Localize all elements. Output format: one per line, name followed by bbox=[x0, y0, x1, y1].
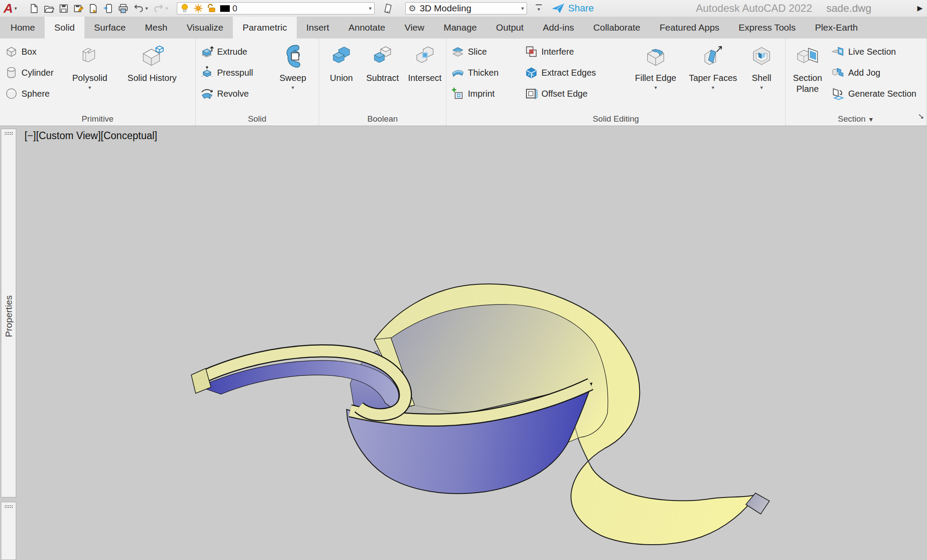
fillet-edge-button[interactable]: Fillet Edge ▾ bbox=[627, 41, 684, 91]
live-section-icon bbox=[831, 45, 845, 59]
imprint-icon bbox=[451, 87, 465, 101]
dropdown-arrow-icon: ▾ bbox=[88, 84, 91, 91]
cylinder-button[interactable]: Cylinder bbox=[4, 62, 63, 83]
union-icon bbox=[329, 44, 354, 69]
revolve-icon bbox=[200, 87, 214, 101]
tab-collaborate[interactable]: Collaborate bbox=[584, 17, 650, 38]
sphere-icon bbox=[4, 87, 18, 101]
add-jog-button[interactable]: Add Jog bbox=[831, 62, 923, 83]
ribbon-tab-bar: Home Solid Surface Mesh Visualize Parame… bbox=[0, 17, 927, 38]
subtract-icon bbox=[370, 44, 395, 69]
extrude-icon bbox=[200, 45, 214, 59]
shell-button[interactable]: Shell ▾ bbox=[742, 41, 781, 91]
tab-express-tools[interactable]: Express Tools bbox=[729, 17, 805, 38]
infocenter-expand-icon[interactable]: ▶ bbox=[917, 4, 923, 12]
presspull-button[interactable]: Presspull bbox=[200, 62, 271, 83]
interfere-button[interactable]: Interfere bbox=[524, 41, 627, 62]
workspace-combobox[interactable]: ⚙ 3D Modeling ▾ bbox=[405, 2, 527, 14]
panel-title-section[interactable]: Section ▼ bbox=[786, 114, 926, 124]
intersect-button[interactable]: Intersect bbox=[404, 41, 446, 84]
tab-home[interactable]: Home bbox=[1, 17, 45, 38]
save-as-button[interactable] bbox=[71, 1, 86, 15]
layer-unlock-icon bbox=[207, 3, 217, 14]
save-button[interactable] bbox=[56, 1, 71, 15]
viewport-view-control[interactable]: [Custom View] bbox=[36, 130, 101, 142]
secondary-palette-bar[interactable] bbox=[1, 502, 16, 560]
palette-grip-icon[interactable] bbox=[5, 505, 12, 508]
title-bar: A ▾ bbox=[0, 0, 927, 17]
dropdown-arrow-icon: ▾ bbox=[760, 84, 763, 91]
undo-icon bbox=[133, 3, 144, 14]
generate-section-button[interactable]: Generate Section bbox=[831, 83, 923, 104]
tab-output[interactable]: Output bbox=[486, 17, 533, 38]
slice-icon bbox=[451, 45, 465, 59]
subtract-button[interactable]: Subtract bbox=[361, 41, 404, 84]
extrude-button[interactable]: Extrude bbox=[200, 41, 271, 62]
generate-section-icon bbox=[831, 87, 845, 101]
box-button[interactable]: Box bbox=[4, 41, 63, 62]
match-properties-button[interactable] bbox=[381, 1, 396, 15]
tab-plex-earth[interactable]: Plex-Earth bbox=[805, 17, 867, 38]
autocad-logo-icon: A bbox=[4, 1, 13, 16]
tab-parametric[interactable]: Parametric bbox=[233, 17, 297, 38]
extract-edges-icon bbox=[524, 66, 538, 80]
save-icon bbox=[58, 3, 69, 14]
sweep-icon bbox=[280, 44, 305, 69]
overline-icon bbox=[536, 4, 542, 5]
shell-icon bbox=[749, 44, 774, 69]
gear-icon: ⚙ bbox=[408, 3, 416, 14]
open-folder-icon bbox=[43, 3, 54, 14]
3d-model-canvas bbox=[0, 126, 927, 560]
presspull-icon bbox=[200, 66, 214, 80]
open-file-button[interactable] bbox=[41, 1, 56, 15]
palette-grip-icon[interactable] bbox=[5, 132, 12, 135]
drawing-viewport[interactable]: [−] [Custom View] [Conceptual] Propertie… bbox=[0, 126, 927, 560]
slice-button[interactable]: Slice bbox=[451, 41, 520, 62]
application-menu-button[interactable]: A ▾ bbox=[4, 1, 26, 16]
application-title: Autodesk AutoCAD 2022 bbox=[696, 0, 812, 17]
customize-qat-button[interactable]: ▾ bbox=[533, 4, 544, 12]
live-section-button[interactable]: Live Section bbox=[831, 41, 923, 62]
properties-palette-bar[interactable]: Properties bbox=[1, 129, 16, 497]
redo-button[interactable]: ▾ bbox=[151, 1, 171, 15]
section-plane-button[interactable]: Section Plane bbox=[786, 41, 829, 94]
tab-annotate[interactable]: Annotate bbox=[339, 17, 395, 38]
sheet-icon bbox=[383, 3, 394, 14]
sweep-button[interactable]: Sweep ▾ bbox=[271, 41, 315, 91]
thicken-button[interactable]: Thicken bbox=[451, 62, 520, 83]
union-button[interactable]: Union bbox=[322, 41, 361, 84]
viewport-controls: [−] [Custom View] [Conceptual] bbox=[25, 130, 157, 142]
section-plane-icon bbox=[795, 44, 820, 69]
dropdown-arrow-icon: ▾ bbox=[712, 84, 714, 91]
tab-surface[interactable]: Surface bbox=[84, 17, 135, 38]
solid-history-button[interactable]: Solid History bbox=[116, 41, 188, 84]
tab-manage[interactable]: Manage bbox=[434, 17, 486, 38]
viewport-visual-style-control[interactable]: [Conceptual] bbox=[101, 130, 157, 142]
share-button[interactable]: Share bbox=[551, 3, 594, 14]
ribbon-overflow-arrow-icon[interactable]: ➘ bbox=[918, 112, 924, 121]
layer-combobox[interactable]: 0 ▾ bbox=[177, 2, 375, 14]
tab-featured-apps[interactable]: Featured Apps bbox=[650, 17, 729, 38]
polysolid-button[interactable]: Polysolid ▾ bbox=[63, 41, 116, 91]
chevron-down-icon: ▾ bbox=[14, 5, 17, 11]
paper-plane-icon bbox=[551, 3, 565, 14]
new-file-button[interactable] bbox=[26, 1, 41, 15]
revolve-button[interactable]: Revolve bbox=[200, 83, 271, 104]
web-mobile-button[interactable] bbox=[101, 1, 116, 15]
export-file-icon bbox=[88, 3, 99, 14]
undo-button[interactable]: ▾ bbox=[130, 1, 151, 15]
offset-edge-button[interactable]: Offset Edge bbox=[524, 83, 627, 104]
sphere-button[interactable]: Sphere bbox=[4, 83, 63, 104]
extract-edges-button[interactable]: Extract Edges bbox=[524, 62, 627, 83]
export-file-button[interactable] bbox=[86, 1, 101, 15]
tab-insert[interactable]: Insert bbox=[297, 17, 339, 38]
tab-mesh[interactable]: Mesh bbox=[135, 17, 177, 38]
tab-add-ins[interactable]: Add-ins bbox=[533, 17, 583, 38]
imprint-button[interactable]: Imprint bbox=[451, 83, 520, 104]
tab-view[interactable]: View bbox=[395, 17, 434, 38]
tab-solid[interactable]: Solid bbox=[45, 17, 84, 38]
plot-button[interactable] bbox=[116, 1, 130, 15]
taper-faces-button[interactable]: Taper Faces ▾ bbox=[684, 41, 742, 91]
tab-visualize[interactable]: Visualize bbox=[177, 17, 233, 38]
viewport-minimize-control[interactable]: [−] bbox=[25, 130, 36, 142]
